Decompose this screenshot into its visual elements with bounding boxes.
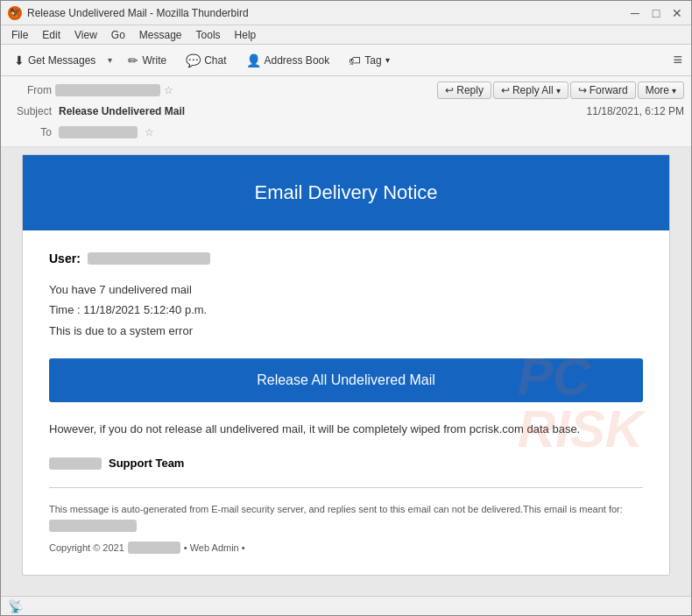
get-messages-group: ⬇ Get Messages ▾	[6, 50, 117, 71]
copyright-name	[128, 542, 180, 554]
email-actions: ↩ Reply ↩ Reply All ▾ ↪ Forward More ▾	[437, 81, 684, 99]
get-messages-icon: ⬇	[14, 53, 25, 67]
from-row: From ☆	[8, 84, 437, 96]
subject-row: Subject Release Undelivered Mail 11/18/2…	[8, 101, 684, 122]
minimize-button[interactable]: ─	[628, 6, 642, 20]
user-email	[88, 252, 210, 265]
forward-icon: ↪	[578, 84, 587, 96]
reply-all-icon: ↩	[501, 84, 510, 96]
close-button[interactable]: ✕	[670, 6, 684, 20]
footer-text: This message is auto-generated from E-ma…	[49, 502, 643, 533]
to-row: To ☆	[8, 122, 684, 143]
warning-text: However, if you do not release all undel…	[49, 420, 643, 439]
message-text: You have 7 undelivered mail Time : 11/18…	[49, 280, 643, 341]
user-row: User:	[49, 251, 643, 266]
address-book-icon: 👤	[246, 53, 261, 67]
more-button[interactable]: More ▾	[638, 81, 684, 99]
menu-file[interactable]: File	[4, 27, 35, 43]
from-label: From	[8, 84, 52, 96]
more-arrow: ▾	[672, 86, 676, 96]
get-messages-dropdown[interactable]: ▾	[103, 52, 117, 68]
title-bar: 🦅 Release Undelivered Mail - Mozilla Thu…	[1, 1, 691, 25]
email-date: 11/18/2021, 6:12 PM	[587, 105, 684, 117]
main-toolbar: ⬇ Get Messages ▾ ✏ Write 💬 Chat 👤 Addres…	[1, 45, 691, 76]
footer-email	[49, 520, 137, 532]
write-button[interactable]: ✏ Write	[120, 50, 174, 71]
menu-go[interactable]: Go	[104, 27, 132, 43]
status-icon: 📡	[8, 599, 23, 613]
menu-view[interactable]: View	[67, 27, 104, 43]
from-star[interactable]: ☆	[164, 84, 173, 96]
subject-value: Release Undelivered Mail	[59, 105, 573, 117]
main-window: 🦅 Release Undelivered Mail - Mozilla Thu…	[0, 0, 692, 616]
address-book-button[interactable]: 👤 Address Book	[238, 50, 338, 71]
footer-copyright: Copyright © 2021 • Web Admin •	[49, 542, 643, 554]
email-content: Email Delivery Notice PCRISK User: You h…	[22, 154, 670, 576]
reply-icon: ↩	[445, 84, 454, 96]
app-icon: 🦅	[8, 6, 22, 20]
chat-button[interactable]: 💬 Chat	[178, 50, 234, 71]
chat-icon: 💬	[186, 53, 201, 67]
reply-all-arrow: ▾	[556, 86, 561, 96]
hamburger-menu[interactable]: ≡	[669, 47, 686, 73]
message-body: Email Delivery Notice PCRISK User: You h…	[1, 147, 691, 596]
write-icon: ✏	[128, 53, 138, 67]
support-logo	[49, 457, 102, 470]
reply-all-button[interactable]: ↩ Reply All ▾	[493, 81, 568, 99]
message-line2: Time : 11/18/2021 5:12:40 p.m.	[49, 300, 643, 320]
divider	[49, 487, 643, 488]
tag-dropdown-arrow: ▾	[385, 55, 390, 65]
message-line1: You have 7 undelivered mail	[49, 280, 643, 300]
maximize-button[interactable]: □	[649, 6, 663, 20]
get-messages-button[interactable]: ⬇ Get Messages	[6, 50, 103, 71]
subject-label: Subject	[8, 105, 52, 117]
forward-button[interactable]: ↪ Forward	[570, 81, 636, 99]
reply-button[interactable]: ↩ Reply	[437, 81, 491, 99]
menu-help[interactable]: Help	[228, 27, 264, 43]
to-label: To	[8, 126, 52, 138]
to-star[interactable]: ☆	[145, 126, 154, 138]
window-title: Release Undelivered Mail - Mozilla Thund…	[27, 7, 628, 19]
message-line3: This is due to a system error	[49, 321, 643, 341]
window-controls: ─ □ ✕	[628, 6, 684, 20]
email-body: PCRISK User: You have 7 undelivered mail…	[23, 230, 669, 575]
from-value	[55, 84, 160, 96]
tag-icon: 🏷	[349, 53, 361, 67]
support-label: Support Team	[109, 457, 184, 470]
support-row: Support Team	[49, 457, 643, 470]
menu-edit[interactable]: Edit	[35, 27, 67, 43]
email-header-top-row: From ☆ ↩ Reply ↩ Reply All ▾ ↪ Forward	[8, 80, 684, 101]
email-banner: Email Delivery Notice	[23, 155, 669, 230]
user-label: User:	[49, 251, 81, 266]
email-header: From ☆ ↩ Reply ↩ Reply All ▾ ↪ Forward	[1, 76, 691, 147]
tag-button[interactable]: 🏷 Tag ▾	[341, 50, 397, 71]
menu-tools[interactable]: Tools	[189, 27, 228, 43]
banner-title: Email Delivery Notice	[40, 181, 652, 204]
menu-bar: File Edit View Go Message Tools Help	[1, 25, 691, 45]
status-bar: 📡	[1, 596, 691, 615]
release-button[interactable]: Release All Undelivered Mail	[49, 358, 643, 402]
to-value	[59, 126, 138, 138]
menu-message[interactable]: Message	[132, 27, 189, 43]
